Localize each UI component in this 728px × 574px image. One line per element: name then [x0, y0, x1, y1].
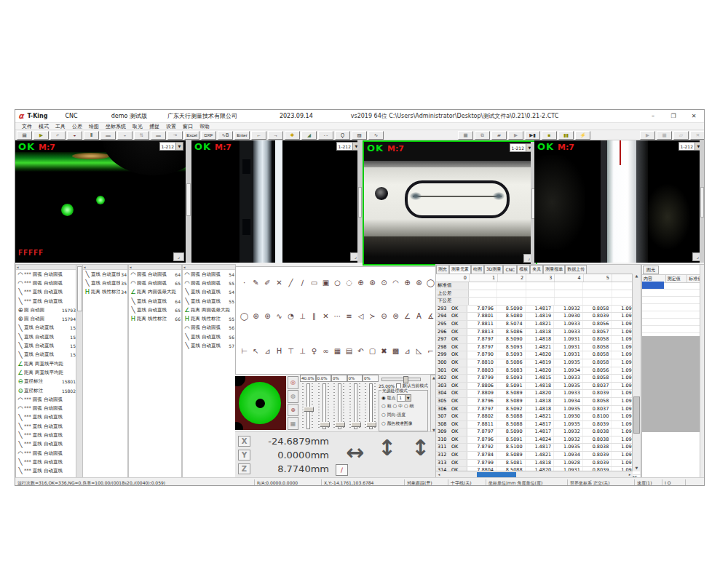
measure-tool-icon[interactable]: ∠ [402, 311, 413, 322]
table-row[interactable]: 313OK 7.8799 8.5081 1.4818 1.0928 0.8039… [436, 460, 641, 468]
measure-item[interactable]: ∠距离 两圆弧最大距 [183, 306, 235, 314]
measure-item[interactable]: ╲*** 直线 自动直线 [16, 422, 76, 431]
camera-scrollbar[interactable] [700, 140, 705, 263]
measure-tool-icon[interactable]: ∥ [309, 311, 320, 322]
range-dropdown[interactable]: 1-212▼ [510, 143, 534, 152]
table-row[interactable]: 304OK 7.8809 8.5089 1.4820 1.0933 0.8039… [436, 390, 641, 398]
measure-item[interactable]: ╲直线 自动直线35 [83, 279, 127, 287]
light-slider[interactable]: 0.0% [316, 375, 332, 431]
measure-tool-icon[interactable]: ▣ [320, 277, 331, 288]
measure-tool-icon[interactable]: ⊕ [355, 277, 366, 288]
menu-item[interactable]: 绘图 [89, 123, 99, 130]
table-row[interactable]: 294OK 7.8801 8.5080 1.4819 1.0930 0.8039… [436, 313, 641, 321]
run-control-button[interactable]: ▰ [491, 131, 507, 140]
measure-item[interactable]: ⊖直径标注15801 [16, 378, 76, 386]
jog-z-icon[interactable]: ↕ [411, 435, 430, 461]
toolbar-button[interactable]: → [268, 131, 283, 140]
measure-tool-icon[interactable]: ◺ [414, 346, 424, 356]
resize-handle[interactable]: ⌟ [173, 252, 184, 261]
measure-item[interactable]: ╲*** 直线 自动直线 [16, 431, 76, 439]
run-control-button[interactable]: ▶ [508, 131, 523, 140]
measure-item[interactable]: ◠圆弧 自动圆弧54 [183, 270, 235, 279]
toolbar-button[interactable]: ← [251, 131, 266, 140]
measure-item[interactable]: ╲*** 直线 自动直线 [16, 288, 76, 297]
radio-icon[interactable]: ○ [392, 404, 397, 409]
radio-selected-icon[interactable]: ◉ [381, 396, 386, 401]
measure-item[interactable]: ◠*** 圆弧 自动圆弧 [16, 404, 76, 412]
measure-item[interactable]: ⊕圆 自动圆15793 [16, 306, 76, 314]
slider-track[interactable] [323, 383, 326, 429]
radio-icon[interactable]: ○ [381, 412, 386, 418]
selected-cell[interactable] [642, 282, 664, 289]
toolbar-button[interactable]: ∿ [368, 131, 384, 140]
measure-tool-icon[interactable]: ↶ [355, 346, 366, 356]
mode-select[interactable]: 1▼ [397, 394, 411, 402]
measure-item[interactable]: ╲*** 直线 自动直线 [16, 297, 76, 306]
toolbar-button[interactable]: ✱ [285, 131, 300, 140]
toolbar-button[interactable]: ▶ [33, 131, 49, 140]
table-row[interactable]: 298OK 7.8797 8.5093 1.4821 1.0931 0.8058… [436, 344, 641, 352]
measure-tool-icon[interactable]: ◯ [239, 311, 250, 322]
measure-tool-icon[interactable]: ⊛ [367, 277, 378, 288]
measure-tool-icon[interactable]: ▩ [390, 346, 401, 356]
table-tab[interactable]: 测量报单 [543, 265, 565, 274]
measure-item[interactable]: ◠圆弧 自动圆弧55 [183, 279, 235, 287]
measure-tool-icon[interactable]: ✐ [262, 277, 273, 288]
measure-tool-icon[interactable]: ∕ [297, 277, 308, 288]
measure-item[interactable]: ╲*** 直线 自动直线 [16, 413, 76, 422]
toolbar-button[interactable]: ◢ [301, 131, 317, 140]
measure-item[interactable]: ╲直线 自动直线15 [16, 341, 76, 350]
run-control-button[interactable]: ▶▮ [525, 131, 540, 140]
table-row[interactable]: 307OK 7.8802 8.5088 1.4821 1.0930 0.8100… [436, 413, 641, 421]
run-control-button[interactable]: ▮▮ [558, 131, 574, 140]
list-scrollbar[interactable]: ◂ [183, 265, 235, 270]
minimize-button[interactable]: – [643, 110, 663, 122]
run-control-button[interactable]: ⚡ [575, 131, 590, 140]
measure-item[interactable]: Η距离 线性标注66 [129, 314, 181, 323]
measure-item[interactable]: ⊖直径标注15802 [16, 386, 76, 395]
measure-tool-icon[interactable]: ⊕ [250, 311, 261, 322]
measure-item[interactable]: ╲直线 自动直线15 [16, 332, 76, 341]
measure-tool-icon[interactable]: ✕ [274, 277, 285, 288]
table-row[interactable]: 311OK 7.8792 8.5100 1.4817 1.0935 0.8038… [436, 444, 641, 452]
camera-view-1[interactable]: OK M:7 FFFFF 1-212▼ ⌟ [15, 140, 186, 263]
table-row[interactable]: 302OK 7.8799 8.5093 1.4815 1.0933 0.8058… [436, 375, 641, 383]
slider-thumb[interactable] [304, 407, 314, 412]
table-row[interactable]: 312OK 7.8784 8.5089 1.4821 1.0934 0.8039… [436, 452, 641, 460]
table-tab[interactable]: 测量元素 [449, 265, 471, 274]
toolbar-button[interactable]: ▬ [151, 131, 166, 140]
camera-view-3-active[interactable]: OK M:7 1-212▼ ⌟ [363, 140, 537, 266]
measure-tool-icon[interactable]: ♀ [309, 346, 320, 356]
close-button[interactable]: ✕ [684, 110, 704, 122]
measure-item[interactable]: ◠*** 圆弧 自动圆弧 [16, 449, 76, 458]
measure-item[interactable]: ╲直线 自动直线55 [183, 297, 235, 306]
measure-tool-icon[interactable]: ≡ [344, 311, 355, 322]
measure-tool-icon[interactable]: ⊜ [390, 311, 401, 322]
menu-item[interactable]: 工具 [55, 123, 66, 130]
table-row[interactable]: 308OK 7.8811 8.5088 1.4817 1.0935 0.8039… [436, 421, 641, 429]
measure-tool-icon[interactable]: ⊛ [262, 311, 273, 322]
measure-tool-icon[interactable]: ↖ [250, 346, 261, 356]
light-mode-button[interactable]: ◍ [288, 390, 298, 403]
light-mode-button[interactable]: ▦ [288, 417, 298, 430]
measure-item[interactable]: Η距离 线性标注34 [83, 288, 127, 297]
toolbar-button[interactable]: ▤ [17, 131, 32, 140]
toolbar-button[interactable]: ▬ [100, 131, 116, 140]
measure-item[interactable]: ∠距离 两直线平均距 [16, 368, 76, 377]
measure-tool-icon[interactable]: ⊢ [239, 346, 250, 356]
measure-tool-icon[interactable]: ◁ [355, 311, 366, 322]
light-slider[interactable]: 40.0% [300, 375, 316, 431]
range-dropdown[interactable]: 1-212▼ [336, 142, 360, 151]
chevron-down-icon[interactable]: ▼ [175, 143, 183, 150]
ring-light-preview[interactable] [235, 376, 286, 430]
measure-tool-icon[interactable]: ○ [332, 277, 343, 288]
measure-tool-icon[interactable]: ✖ [379, 346, 389, 356]
measure-item[interactable]: ◠*** 圆弧 自动圆弧 [16, 279, 76, 287]
menu-item[interactable]: 帮助 [199, 123, 210, 130]
menu-item[interactable]: 设置 [166, 123, 176, 130]
toolbar-button[interactable]: DXF [201, 131, 216, 140]
measure-tool-icon[interactable]: ⌐ [425, 346, 436, 356]
table-row[interactable]: 295OK 7.8811 8.5074 1.4821 1.0933 0.8056… [436, 321, 641, 329]
slider-track[interactable] [338, 383, 341, 429]
table-row[interactable]: 293OK 7.8796 8.5090 1.4817 1.0932 0.8058… [436, 306, 641, 314]
